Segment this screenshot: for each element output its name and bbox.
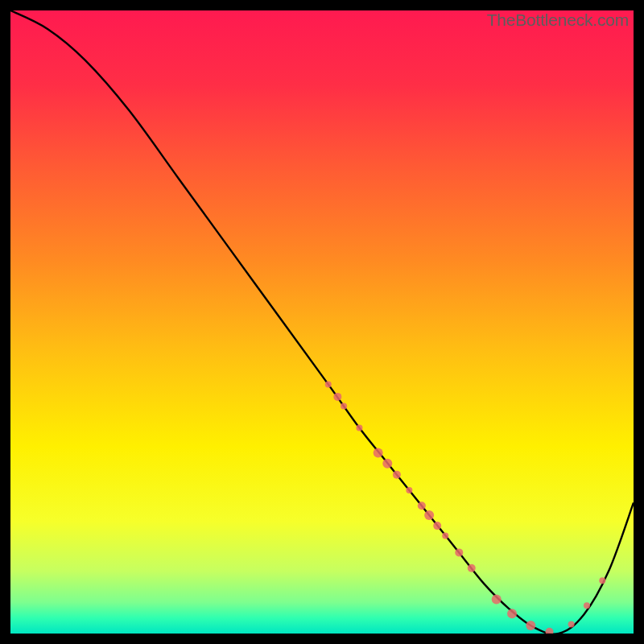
data-marker bbox=[374, 448, 383, 458]
data-marker bbox=[455, 548, 463, 556]
chart-background bbox=[10, 10, 634, 634]
watermark-text: TheBottleneck.com bbox=[487, 10, 629, 30]
chart-frame: TheBottleneck.com bbox=[10, 10, 634, 634]
data-marker bbox=[599, 577, 605, 584]
data-marker bbox=[341, 402, 347, 409]
data-marker bbox=[393, 471, 401, 479]
data-marker bbox=[424, 510, 434, 520]
data-marker bbox=[406, 487, 412, 493]
data-marker bbox=[442, 532, 448, 539]
data-marker bbox=[325, 381, 332, 387]
data-marker bbox=[492, 594, 502, 604]
chart-svg bbox=[10, 10, 634, 634]
data-marker bbox=[356, 425, 362, 431]
data-marker bbox=[526, 621, 535, 630]
data-marker bbox=[507, 609, 517, 618]
data-marker bbox=[468, 564, 476, 572]
data-marker bbox=[418, 502, 426, 510]
data-marker bbox=[333, 393, 341, 401]
data-marker bbox=[433, 522, 441, 530]
data-marker bbox=[584, 602, 590, 609]
data-marker bbox=[382, 459, 392, 469]
data-marker bbox=[568, 621, 575, 627]
